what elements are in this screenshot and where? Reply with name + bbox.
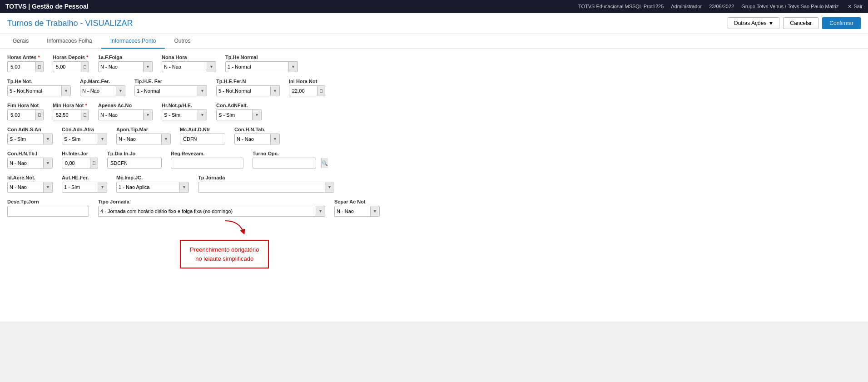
dropdown-icon[interactable]: ▼ bbox=[198, 110, 207, 120]
dropdown-icon[interactable]: ▼ bbox=[270, 134, 279, 144]
tab-informacoes-ponto[interactable]: Informacoes Ponto bbox=[101, 34, 165, 49]
separ-ac-not-select-wrap[interactable]: N - Nao ▼ bbox=[334, 206, 380, 217]
dropdown-icon[interactable]: ▼ bbox=[43, 158, 52, 168]
dropdown-icon[interactable]: ▼ bbox=[161, 134, 170, 144]
dropdown-icon[interactable]: ▼ bbox=[143, 110, 152, 120]
horas-depois-input[interactable] bbox=[53, 63, 81, 71]
hr-inter-jor-input[interactable] bbox=[62, 159, 90, 167]
dropdown-icon[interactable]: ▼ bbox=[98, 134, 107, 144]
tp-he-not-select-wrap[interactable]: 5 - Not.Normal ▼ bbox=[7, 85, 71, 96]
hr-not-p-he-select[interactable]: S - Sim bbox=[162, 111, 198, 119]
horas-depois-input-wrap[interactable]: 🗒 bbox=[53, 61, 89, 72]
turno-opc-input[interactable] bbox=[253, 159, 321, 167]
tab-gerais[interactable]: Gerais bbox=[4, 34, 38, 49]
desc-tp-jorn-input[interactable] bbox=[7, 206, 89, 217]
nona-hora-select-wrap[interactable]: N - Nao ▼ bbox=[162, 61, 216, 72]
dropdown-icon[interactable]: ▼ bbox=[288, 62, 298, 72]
con-h-n-tab-select-wrap[interactable]: N - Nao ▼ bbox=[234, 134, 280, 144]
tip-he-fer-select[interactable]: 1 - Normal bbox=[135, 87, 198, 94]
ini-hora-not-input-wrap[interactable]: 🗒 bbox=[289, 85, 325, 96]
con-h-n-tb-i-select[interactable]: N - Nao bbox=[8, 159, 43, 167]
tp-dia-in-jo-input[interactable] bbox=[108, 159, 176, 167]
hr-inter-jor-icon[interactable]: 🗒 bbox=[90, 158, 98, 168]
dropdown-icon[interactable]: ▼ bbox=[252, 110, 261, 120]
horas-antes-input-wrap[interactable]: 🗒 bbox=[7, 61, 44, 72]
horas-antes-input[interactable] bbox=[8, 63, 35, 71]
dropdown-icon[interactable]: ▼ bbox=[198, 86, 207, 96]
apon-tip-mar-select[interactable]: N - Nao bbox=[117, 135, 161, 143]
separ-ac-not-select[interactable]: N - Nao bbox=[335, 208, 370, 215]
horas-antes-icon[interactable]: 🗒 bbox=[35, 62, 43, 72]
apenas-ac-no-select-wrap[interactable]: N - Nao ▼ bbox=[98, 109, 153, 120]
reg-revezam-input[interactable] bbox=[171, 158, 243, 169]
cancelar-button[interactable]: Cancelar bbox=[783, 17, 818, 29]
tipo-jornada-select[interactable]: 4 - Jornada com horário diário fixo e fo… bbox=[99, 208, 316, 215]
dropdown-icon[interactable]: ▼ bbox=[316, 206, 325, 216]
con-ad-n-s-an-select[interactable]: S - Sim bbox=[8, 135, 43, 143]
dropdown-icon[interactable]: ▼ bbox=[325, 182, 334, 192]
con-h-n-tab-select[interactable]: N - Nao bbox=[235, 135, 270, 143]
dropdown-icon[interactable]: ▼ bbox=[179, 182, 188, 192]
horas-depois-icon[interactable]: 🗒 bbox=[81, 62, 89, 72]
exit-button[interactable]: ✕ Sair bbox=[848, 4, 863, 10]
con-adn-atra-select-wrap[interactable]: S - Sim ▼ bbox=[62, 134, 107, 144]
dropdown-icon[interactable]: ▼ bbox=[116, 86, 125, 96]
min-hora-not-input-wrap[interactable]: 🗒 bbox=[53, 109, 89, 120]
dropdown-icon[interactable]: ▼ bbox=[370, 206, 379, 216]
form-row-6: Id.Acre.Not. N - Nao ▼ Aut.HE.Fer. 1 - S… bbox=[7, 175, 861, 193]
tp-jornada-select[interactable] bbox=[198, 184, 325, 191]
nona-hora-select[interactable]: N - Nao bbox=[162, 63, 207, 70]
confirmar-button[interactable]: Confirmar bbox=[822, 17, 861, 29]
con-adn-atra-select[interactable]: S - Sim bbox=[62, 135, 98, 143]
ini-hora-not-icon[interactable]: 🗒 bbox=[317, 86, 325, 96]
mc-imp-jc-select[interactable]: 1 - Nao Aplica bbox=[117, 184, 179, 191]
id-acre-not-select-wrap[interactable]: N - Nao ▼ bbox=[7, 182, 53, 193]
ap-marc-fer-select[interactable]: N - Nao bbox=[80, 87, 116, 94]
dropdown-icon[interactable]: ▼ bbox=[98, 182, 107, 192]
id-acre-not-select[interactable]: N - Nao bbox=[8, 184, 43, 191]
dropdown-icon[interactable]: ▼ bbox=[270, 86, 279, 96]
min-hora-not-input[interactable] bbox=[53, 111, 81, 119]
fim-hora-not-icon[interactable]: 🗒 bbox=[35, 110, 43, 120]
dropdown-icon[interactable]: ▼ bbox=[143, 62, 152, 72]
tp-jornada-select-wrap[interactable]: ▼ bbox=[198, 182, 334, 193]
con-ad-n-falt-select[interactable]: S - Sim bbox=[217, 111, 252, 119]
hr-not-p-he-select-wrap[interactable]: S - Sim ▼ bbox=[162, 109, 207, 120]
outras-acoes-button[interactable]: Outras Ações ▼ bbox=[728, 17, 779, 29]
tipo-jornada-select-wrap[interactable]: 4 - Jornada com horário diário fixo e fo… bbox=[98, 206, 325, 217]
hr-inter-jor-input-wrap[interactable]: 🗒 bbox=[62, 158, 98, 169]
apon-tip-mar-select-wrap[interactable]: N - Nao ▼ bbox=[116, 134, 171, 144]
dropdown-icon[interactable]: ▼ bbox=[207, 62, 216, 72]
turno-opc-input-wrap[interactable]: 🔍 bbox=[253, 158, 316, 169]
aut-he-fer-select[interactable]: 1 - Sim bbox=[62, 184, 98, 191]
min-hora-not-icon[interactable]: 🗒 bbox=[81, 110, 89, 120]
con-ad-n-falt-select-wrap[interactable]: S - Sim ▼ bbox=[216, 109, 262, 120]
tab-outros[interactable]: Outros bbox=[165, 34, 199, 49]
primeira-folga-select[interactable]: N - Nao bbox=[99, 63, 143, 70]
form-row-1: Horas Antes * 🗒 Horas Depois * 🗒 1a.F.Fo… bbox=[7, 55, 861, 72]
tp-he-fer-n-select-wrap[interactable]: 5 - Not.Normal ▼ bbox=[216, 85, 280, 96]
dropdown-icon[interactable]: ▼ bbox=[43, 134, 52, 144]
tp-he-fer-n-select[interactable]: 5 - Not.Normal bbox=[217, 87, 270, 94]
apenas-ac-no-select[interactable]: N - Nao bbox=[99, 111, 143, 119]
fim-hora-not-input[interactable] bbox=[8, 111, 35, 119]
top-bar: TOTVS | Gestão de Pessoal TOTVS Educacio… bbox=[0, 0, 868, 13]
con-ad-n-s-an-select-wrap[interactable]: S - Sim ▼ bbox=[7, 134, 53, 144]
mc-aut-d-ntr-input-wrap[interactable]: 🔍 bbox=[180, 134, 225, 144]
tp-he-not-select[interactable]: 5 - Not.Normal bbox=[8, 87, 61, 94]
tp-he-normal-select[interactable]: 1 - Normal bbox=[226, 63, 288, 70]
dropdown-icon[interactable]: ▼ bbox=[43, 182, 52, 192]
aut-he-fer-select-wrap[interactable]: 1 - Sim ▼ bbox=[62, 182, 107, 193]
tp-dia-in-jo-input-wrap[interactable]: 🔍 bbox=[107, 158, 162, 169]
tab-informacoes-folha[interactable]: Informacoes Folha bbox=[38, 34, 101, 49]
search-icon[interactable]: 🔍 bbox=[321, 158, 328, 168]
ap-marc-fer-select-wrap[interactable]: N - Nao ▼ bbox=[80, 85, 125, 96]
tip-he-fer-select-wrap[interactable]: 1 - Normal ▼ bbox=[134, 85, 207, 96]
con-h-n-tb-i-select-wrap[interactable]: N - Nao ▼ bbox=[7, 158, 53, 169]
tp-he-normal-select-wrap[interactable]: 1 - Normal ▼ bbox=[225, 61, 298, 72]
ini-hora-not-input[interactable] bbox=[289, 87, 317, 95]
primeira-folga-select-wrap[interactable]: N - Nao ▼ bbox=[98, 61, 153, 72]
mc-imp-jc-select-wrap[interactable]: 1 - Nao Aplica ▼ bbox=[116, 182, 189, 193]
dropdown-icon[interactable]: ▼ bbox=[61, 86, 70, 96]
fim-hora-not-input-wrap[interactable]: 🗒 bbox=[7, 109, 44, 120]
